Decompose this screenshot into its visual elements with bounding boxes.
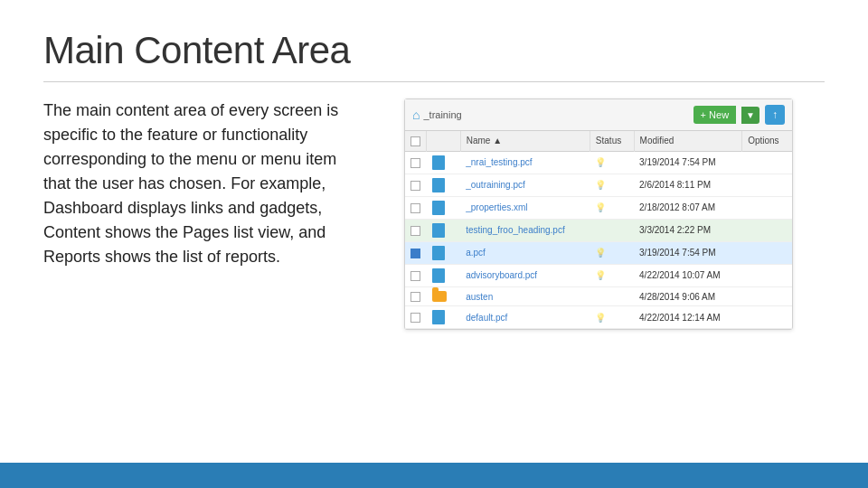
file-name[interactable]: austen [460,286,590,305]
table-row[interactable]: austen4/28/2014 9:06 AM [405,286,792,305]
fm-table: Name ▲ Status Modified Options _nrai_tes… [405,131,792,329]
file-type-icon [427,306,461,329]
file-status [590,286,634,305]
col-options: Options [742,131,792,151]
file-name[interactable]: _nrai_testing.pcf [460,151,590,174]
table-row[interactable]: testing_froo_heading.pcf3/3/2014 2:22 PM [405,219,792,241]
file-name[interactable]: _properties.xml [460,196,590,219]
col-check [405,131,427,151]
row-checkbox[interactable] [405,241,427,264]
file-type-icon [427,286,461,305]
content-area: Main Content Area The main content area … [0,0,868,463]
right-panel: ⌂ _training + New ▼ ↑ Name ▲ [373,99,825,445]
file-name[interactable]: default.pcf [460,306,590,329]
file-name[interactable]: advisoryboard.pcf [460,264,590,286]
bottom-bar [0,463,868,488]
col-modified[interactable]: Modified [634,131,742,151]
file-options [742,219,792,241]
table-header-row: Name ▲ Status Modified Options [405,131,792,151]
file-status: 💡 [590,151,634,174]
file-manager: ⌂ _training + New ▼ ↑ Name ▲ [404,99,793,330]
file-modified: 3/19/2014 7:54 PM [634,151,742,174]
file-type-icon [427,241,461,264]
table-row[interactable]: a.pcf💡3/19/2014 7:54 PM [405,241,792,264]
row-checkbox[interactable] [405,306,427,329]
file-type-icon [427,264,461,286]
file-options [742,241,792,264]
table-row[interactable]: _outraining.pcf💡2/6/2014 8:11 PM [405,174,792,196]
file-modified: 3/19/2014 7:54 PM [634,241,742,264]
file-type-icon [427,219,461,241]
home-icon: ⌂ [412,108,420,122]
col-name[interactable]: Name ▲ [460,131,590,151]
table-row[interactable]: advisoryboard.pcf💡4/22/2014 10:07 AM [405,264,792,286]
file-modified: 4/22/2014 12:14 AM [634,306,742,329]
upload-button[interactable]: ↑ [765,105,785,125]
row-checkbox[interactable] [405,286,427,305]
file-type-icon [427,174,461,196]
file-type-icon [427,151,461,174]
fm-path: _training [423,109,461,120]
file-status: 💡 [590,241,634,264]
new-button[interactable]: + New [693,106,737,124]
file-status [590,219,634,241]
new-dropdown-button[interactable]: ▼ [741,107,760,124]
file-options [742,174,792,196]
file-status: 💡 [590,174,634,196]
table-row[interactable]: default.pcf💡4/22/2014 12:14 AM [405,306,792,329]
fm-toolbar: ⌂ _training + New ▼ ↑ [405,99,792,131]
file-status: 💡 [590,306,634,329]
file-options [742,151,792,174]
col-icon [427,131,461,151]
body-text: The main content area of every screen is… [43,99,351,445]
file-type-icon [427,196,461,219]
file-status: 💡 [590,264,634,286]
slide-title: Main Content Area [43,29,825,72]
file-modified: 2/18/2012 8:07 AM [634,196,742,219]
file-modified: 2/6/2014 8:11 PM [634,174,742,196]
slide: Main Content Area The main content area … [0,0,868,488]
file-options [742,264,792,286]
file-status: 💡 [590,196,634,219]
file-options [742,286,792,305]
row-checkbox[interactable] [405,219,427,241]
file-modified: 4/28/2014 9:06 AM [634,286,742,305]
file-modified: 4/22/2014 10:07 AM [634,264,742,286]
title-divider [43,81,825,82]
fm-breadcrumb: ⌂ _training [412,108,688,122]
file-options [742,196,792,219]
col-status[interactable]: Status [590,131,634,151]
table-row[interactable]: _nrai_testing.pcf💡3/19/2014 7:54 PM [405,151,792,174]
row-checkbox[interactable] [405,174,427,196]
file-name[interactable]: _outraining.pcf [460,174,590,196]
file-name[interactable]: testing_froo_heading.pcf [460,219,590,241]
file-modified: 3/3/2014 2:22 PM [634,219,742,241]
row-checkbox[interactable] [405,196,427,219]
main-row: The main content area of every screen is… [43,99,825,445]
row-checkbox[interactable] [405,151,427,174]
row-checkbox[interactable] [405,264,427,286]
table-row[interactable]: _properties.xml💡2/18/2012 8:07 AM [405,196,792,219]
file-options [742,306,792,329]
file-name[interactable]: a.pcf [460,241,590,264]
